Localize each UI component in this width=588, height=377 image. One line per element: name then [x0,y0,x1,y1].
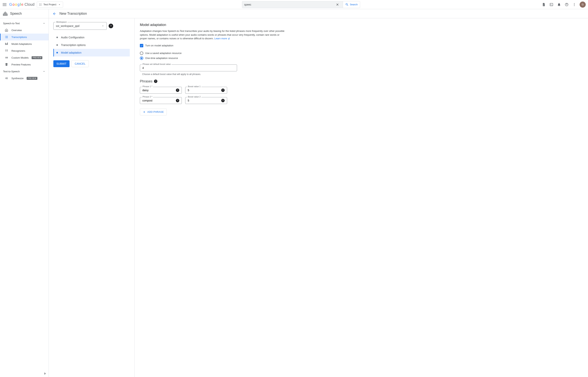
svg-rect-4 [550,3,553,6]
page-header: New Transcription [49,9,91,18]
nav-label: Synthesize [11,77,24,80]
phrase-2-input[interactable] [142,99,176,102]
sidebar-item-overview[interactable]: Overview [0,27,49,34]
recognizers-icon [5,49,8,52]
nav-section-stt[interactable]: Speech-to-Text [0,20,49,27]
nav-label: Custom Models [11,56,29,59]
menu-icon[interactable] [2,2,7,7]
help-icon[interactable]: ? [109,24,113,28]
docs-icon[interactable] [542,2,546,7]
avatar[interactable]: G [580,1,586,8]
svg-rect-15 [5,43,6,45]
section-description: Adaptation changes how Speech-to-Text tr… [140,29,285,40]
project-selector[interactable]: Test Project [37,1,63,8]
sidebar: Speech-to-Text Overview Transcriptions M… [0,18,49,377]
external-link-icon [228,38,230,40]
sidebar-item-transcriptions[interactable]: Transcriptions [0,34,49,40]
sidebar-item-preview-features[interactable]: Preview Features [0,61,49,68]
default-boost-field [140,64,237,71]
nav-label: Model Adaptations [11,43,32,45]
waveform-icon [5,77,8,80]
radio-label: One-time adaptation resource [145,57,178,59]
phrase-2-field-wrap: Phrase 2 * ? [140,97,182,104]
preview-badge: PREVIEW [32,56,42,59]
collapse-sidebar-icon[interactable] [43,372,47,376]
search-container: Search [65,1,537,8]
more-icon[interactable] [572,2,577,7]
action-buttons: SUBMIT CANCEL [53,60,130,67]
search-button-label: Search [350,3,358,6]
help-icon[interactable]: ? [221,89,225,92]
svg-rect-10 [6,36,8,36]
notifications-icon[interactable] [557,2,561,7]
google-cloud-logo[interactable]: Google Cloud [9,2,34,7]
chevron-up-icon [43,70,45,73]
sidebar-item-custom-models[interactable]: Custom Models PREVIEW [0,54,49,61]
add-phrase-button[interactable]: ADD PHRASE [140,108,167,116]
svg-rect-22 [6,50,8,51]
nav-section-stt-label: Speech-to-Text [3,22,20,25]
sidebar-item-model-adaptations[interactable]: Model Adaptations [0,40,49,47]
step-audio-config[interactable]: Audio Configuration [53,34,130,41]
close-icon[interactable] [335,3,340,6]
radio-saved-resource[interactable]: Use a saved adaptation resource [140,51,583,56]
phrase-1-input[interactable] [142,89,176,92]
help-icon[interactable]: ? [154,80,157,83]
field-label: Phrase 2 * [142,95,153,98]
nav-section-tts[interactable]: Text-to-Speech [0,68,49,75]
svg-rect-16 [6,44,7,45]
svg-point-2 [39,5,40,5]
step-dot-icon [56,44,58,46]
svg-rect-23 [6,51,8,51]
sidebar-item-recognizers[interactable]: Recognizers [0,47,49,54]
search-box: Search [242,1,360,8]
submit-button[interactable]: SUBMIT [53,60,69,67]
svg-point-7 [574,4,575,5]
workspace-select[interactable]: Workspace sst_workspace_ppd [53,22,107,30]
help-icon[interactable]: ? [221,99,225,102]
cloud-shell-icon[interactable] [549,2,554,7]
nav-section-tts-label: Text-to-Speech [3,70,20,73]
radio-label: Use a saved adaptation resource [145,52,182,55]
sidebar-item-synthesize[interactable]: Synthesize PREVIEW [0,75,49,82]
help-icon[interactable] [564,2,569,7]
preview-badge: PREVIEW [27,77,37,80]
step-dot-icon [56,52,58,53]
search-icon [345,3,349,6]
step-model-adaptation[interactable]: Model adaptation [53,49,130,57]
step-label: Audio Configuration [61,36,84,39]
svg-rect-17 [7,43,8,45]
radio-onetime-resource[interactable]: One-time adaptation resource [140,56,583,61]
chevron-down-icon [101,25,104,27]
project-icon [39,3,42,6]
adaptation-checkbox[interactable] [140,44,143,47]
svg-rect-11 [5,37,6,37]
nav-label: Overview [11,29,22,32]
svg-point-0 [39,4,40,4]
boost-2-input[interactable] [188,99,221,102]
learn-more-link[interactable]: Learn more [214,37,230,40]
search-input[interactable] [244,3,335,6]
nav-label: Preview Features [11,63,31,66]
default-boost-input[interactable] [142,66,234,70]
svg-rect-12 [6,37,8,37]
detail-column: Model adaptation Adaptation changes how … [134,18,588,377]
content: Workspace sst_workspace_ppd ? Audio Conf… [49,18,588,377]
boost-1-input[interactable] [188,89,221,92]
step-transcription-options[interactable]: Transcription options [53,41,130,49]
help-icon[interactable]: ? [176,99,179,102]
nav-label: Recognizers [11,49,25,52]
top-icons: G [542,1,586,8]
search-button[interactable]: Search [343,1,360,8]
steps-list: Audio Configuration Transcription option… [53,34,130,57]
top-bar: Google Cloud Test Project Search G [0,0,588,9]
workspace-value: sst_workspace_ppd [56,24,101,27]
step-dot-icon [56,37,58,38]
back-arrow-icon[interactable] [53,12,56,16]
svg-rect-25 [5,78,6,79]
cancel-button[interactable]: CANCEL [71,60,89,67]
help-icon[interactable]: ? [176,89,179,92]
svg-point-1 [41,4,41,4]
adaptation-resource-radio-group: Use a saved adaptation resource One-time… [140,51,583,61]
svg-rect-20 [5,51,6,51]
